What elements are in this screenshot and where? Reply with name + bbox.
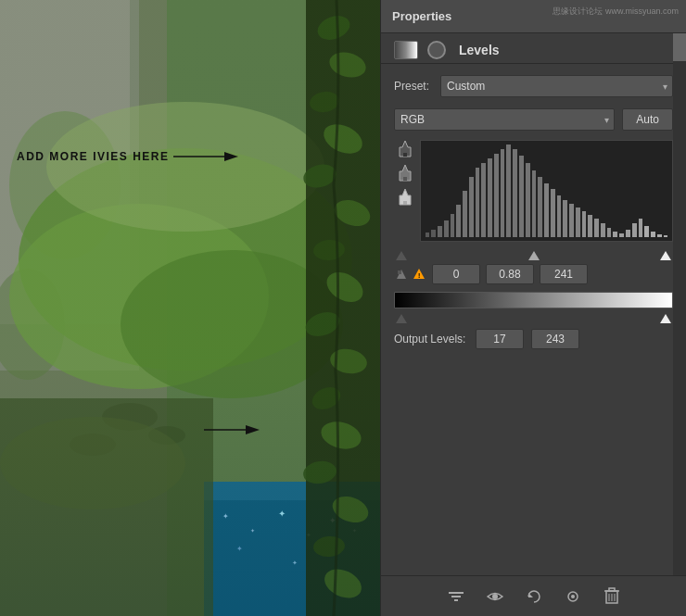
histogram-section xyxy=(394,140,673,247)
panel-body: Preset: Custom Default Darker Increase C… xyxy=(381,64,686,575)
trash-icon-button[interactable] xyxy=(601,585,623,608)
refresh-icon xyxy=(525,587,543,606)
properties-panel: 思缘设计论坛 www.missyuan.com Properties Level… xyxy=(380,0,686,616)
output-white-input[interactable] xyxy=(531,329,579,349)
input-slider-triangles xyxy=(394,251,673,260)
eyedropper-column xyxy=(394,140,414,240)
filter-icon xyxy=(447,587,465,606)
refresh-icon-button[interactable] xyxy=(523,585,545,608)
watermark: 思缘设计论坛 www.missyuan.com xyxy=(553,6,679,18)
svg-rect-53 xyxy=(451,596,461,597)
auto-button[interactable]: Auto xyxy=(622,108,673,131)
svg-rect-54 xyxy=(454,599,458,601)
levels-title: Levels xyxy=(459,43,500,57)
histogram-bars xyxy=(425,145,668,237)
warning-triangle-icon: ! xyxy=(412,267,426,282)
output-black-slider[interactable] xyxy=(396,314,407,323)
eye-icon xyxy=(486,587,504,606)
output-gradient-bar xyxy=(394,292,673,308)
output-black-input[interactable] xyxy=(476,329,524,349)
white-point-input[interactable] xyxy=(540,264,588,284)
visibility-icon xyxy=(564,587,582,606)
background-image: ✦ ✦ ✦ ✦ ✦ ✦ ✦ ✦ xyxy=(0,0,380,616)
adjustment-circle-icon xyxy=(427,41,446,59)
trash-icon xyxy=(603,587,620,606)
bottom-toolbar xyxy=(381,575,686,616)
filter-icon-button[interactable] xyxy=(445,585,467,608)
svg-text:!: ! xyxy=(418,272,420,279)
svg-rect-61 xyxy=(609,588,615,591)
black-point-slider[interactable] xyxy=(396,251,407,260)
white-eyedropper-button[interactable] xyxy=(396,188,414,207)
black-point-input[interactable] xyxy=(432,264,480,284)
svg-rect-52 xyxy=(449,592,464,594)
white-point-slider[interactable] xyxy=(660,251,671,260)
svg-marker-56 xyxy=(528,593,533,597)
panel-tab[interactable]: Properties xyxy=(392,9,451,23)
channel-select-wrapper: RGB Red Green Blue ▾ xyxy=(394,108,615,131)
midtone-slider[interactable] xyxy=(528,251,540,260)
svg-rect-48 xyxy=(403,177,407,181)
svg-marker-44 xyxy=(224,152,238,161)
output-white-slider[interactable] xyxy=(660,314,671,323)
annotation-arrow xyxy=(173,150,238,163)
second-arrow xyxy=(204,421,260,442)
main-layout: ✦ ✦ ✦ ✦ ✦ ✦ ✦ ✦ xyxy=(0,0,686,616)
gray-eyedropper-button[interactable] xyxy=(396,164,414,182)
clipping-icons: ! xyxy=(394,267,426,282)
svg-rect-49 xyxy=(403,201,407,205)
preset-label: Preset: xyxy=(394,80,433,93)
svg-point-58 xyxy=(571,595,575,598)
svg-rect-50 xyxy=(398,270,401,274)
canvas-area: ✦ ✦ ✦ ✦ ✦ ✦ ✦ ✦ xyxy=(0,0,380,616)
output-slider-triangles xyxy=(394,314,673,323)
black-eyedropper-button[interactable] xyxy=(396,140,414,158)
input-values-row: ! xyxy=(394,264,673,284)
scroll-thumb[interactable] xyxy=(673,33,686,61)
svg-marker-46 xyxy=(246,425,260,434)
levels-header: Levels xyxy=(381,33,686,64)
annotation-label: ADD MORE IVIES HERE xyxy=(17,150,238,163)
levels-histogram-icon xyxy=(394,41,418,59)
annotation-text: ADD MORE IVIES HERE xyxy=(17,150,170,163)
preset-row: Preset: Custom Default Darker Increase C… xyxy=(394,75,673,97)
gamma-input[interactable] xyxy=(486,264,534,284)
visibility-icon-button[interactable] xyxy=(562,585,584,608)
arrow-svg xyxy=(204,421,260,438)
svg-rect-42 xyxy=(0,0,380,616)
histogram-display xyxy=(420,140,673,242)
channel-select[interactable]: RGB Red Green Blue xyxy=(394,108,615,131)
svg-rect-47 xyxy=(403,153,407,157)
scroll-track[interactable] xyxy=(673,33,686,575)
eye-icon-button[interactable] xyxy=(484,585,506,608)
output-label: Output Levels: xyxy=(394,333,468,346)
clipping-black-icon xyxy=(394,267,409,282)
preset-select-wrapper: Custom Default Darker Increase Contrast … xyxy=(440,75,673,97)
channel-row: RGB Red Green Blue ▾ Auto xyxy=(394,108,673,131)
output-levels-row: Output Levels: xyxy=(394,329,673,349)
preset-select[interactable]: Custom Default Darker Increase Contrast … xyxy=(440,75,673,97)
svg-point-55 xyxy=(492,594,498,599)
